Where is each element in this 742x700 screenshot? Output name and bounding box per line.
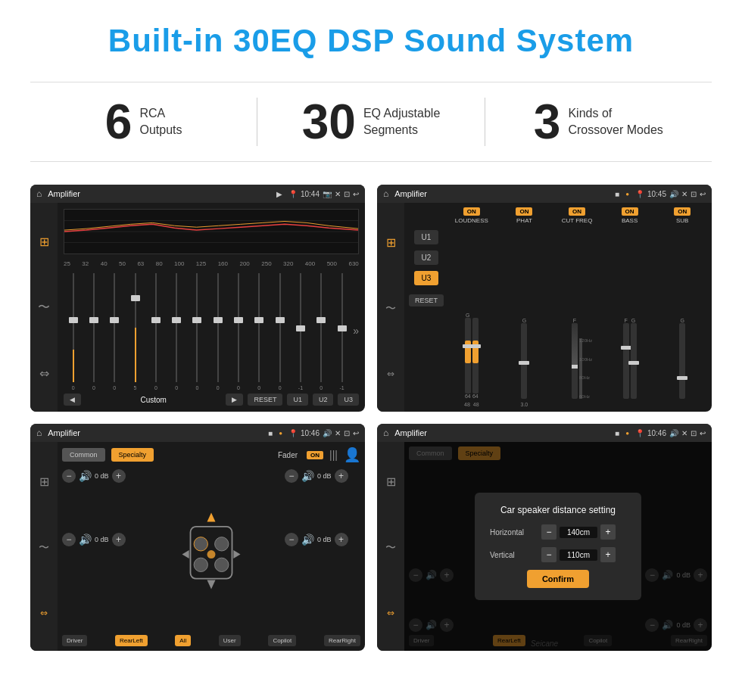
s3-wave-icon[interactable]: 〜 [39, 541, 49, 555]
eq-u1-btn[interactable]: U1 [287, 394, 308, 406]
s2-minimize-icon[interactable]: ⊡ [691, 190, 697, 198]
screen1-topbar: ⌂ Amplifier ▶ 📍 10:44 📷 ✕ ⊡ ↩ [30, 185, 365, 203]
screen4-time: 10:46 [647, 429, 666, 437]
svg-marker-11 [182, 550, 189, 558]
eq-active-icon[interactable]: ⊞ [39, 235, 49, 249]
camera-icon: 📷 [323, 190, 332, 198]
eq-u2-btn[interactable]: U2 [313, 394, 334, 406]
fader-sidebar: ⊞ 〜 ⇔ [30, 442, 58, 651]
eq-slider-3: 5 [126, 270, 145, 390]
cutfreq-on-badge[interactable]: ON [569, 207, 585, 216]
top-left-plus[interactable]: + [112, 469, 126, 483]
top-right-minus[interactable]: − [285, 469, 298, 483]
s3-minimize-icon[interactable]: ⊡ [344, 429, 350, 437]
s2-dot-icon: ● [625, 191, 629, 198]
features-row: 6 RCA Outputs 30 EQ Adjustable Segments … [30, 82, 712, 162]
eq-prev-btn[interactable]: ◀ [64, 394, 81, 406]
fader-car-diagram [144, 469, 279, 632]
bottom-right-minus[interactable]: − [285, 533, 298, 546]
bottom-left-plus[interactable]: + [112, 533, 126, 546]
s2-u1-btn[interactable]: U1 [414, 230, 438, 244]
fader-bottom-labels: Driver RearLeft All User Copilot RearRig… [62, 635, 360, 646]
s2-u3-btn[interactable]: U3 [414, 271, 438, 285]
vertical-plus-btn[interactable]: + [600, 547, 616, 562]
bottom-left-speaker: 🔊 [79, 534, 92, 546]
bottom-left-minus[interactable]: − [62, 533, 76, 546]
s2-location-icon: 📍 [635, 190, 644, 198]
back-icon[interactable]: ↩ [353, 190, 359, 198]
eq-reset-btn[interactable]: RESET [248, 394, 282, 406]
copilot-btn[interactable]: Copilot [268, 635, 296, 646]
bottom-right-plus[interactable]: + [335, 533, 348, 546]
feature-eq: 30 EQ Adjustable Segments [257, 98, 485, 146]
screens-grid: ⌂ Amplifier ▶ 📍 10:44 📷 ✕ ⊡ ↩ ⊞ 〜 ⇔ [30, 185, 712, 651]
s4-minimize-icon[interactable]: ⊡ [691, 429, 697, 437]
dialog-vertical-row: Vertical − 110cm + [490, 547, 626, 562]
minimize-icon[interactable]: ⊡ [344, 190, 350, 198]
home-icon[interactable]: ⌂ [36, 188, 42, 199]
confirm-button[interactable]: Confirm [527, 570, 589, 588]
eq-expand-icon[interactable]: » [353, 325, 359, 337]
rear-left-btn[interactable]: RearLeft [115, 635, 148, 646]
vertical-minus-btn[interactable]: − [541, 547, 556, 562]
s3-arrows-icon[interactable]: ⇔ [40, 608, 48, 618]
screen3-icons: 📍 10:46 🔊 ✕ ⊡ ↩ [288, 429, 359, 437]
s3-eq-icon[interactable]: ⊞ [39, 474, 49, 489]
s3-back-icon[interactable]: ↩ [353, 429, 359, 437]
play-icon[interactable]: ▶ [276, 190, 282, 198]
phat-on-badge[interactable]: ON [516, 207, 532, 216]
s2-back-icon[interactable]: ↩ [700, 190, 706, 198]
eq-text: EQ Adjustable Segments [363, 105, 440, 139]
top-left-minus[interactable]: − [62, 469, 76, 483]
eq-graph [64, 209, 359, 254]
s3-close-icon[interactable]: ✕ [335, 429, 341, 437]
s4-eq-icon[interactable]: ⊞ [386, 474, 396, 489]
eq-number: 30 [302, 98, 356, 146]
fader-on-badge[interactable]: ON [307, 451, 323, 459]
s2-record-icon: ■ [615, 190, 619, 198]
driver-btn[interactable]: Driver [62, 635, 87, 646]
common-tab[interactable]: Common [62, 448, 105, 462]
all-btn[interactable]: All [175, 635, 191, 646]
s2-eq-icon[interactable]: ⊞ [386, 235, 396, 250]
s2-arrows-icon[interactable]: ⇔ [387, 369, 394, 379]
dialog-horizontal-row: Horizontal − 140cm + [490, 524, 626, 540]
s4-wave-icon[interactable]: 〜 [385, 541, 396, 555]
s4-arrows-icon[interactable]: ⇔ [387, 608, 394, 618]
vertical-stepper: − 110cm + [541, 547, 616, 562]
s2-wave-icon[interactable]: 〜 [385, 302, 396, 316]
user-btn[interactable]: User [219, 635, 241, 646]
eq-u3-btn[interactable]: U3 [338, 394, 359, 406]
top-right-plus[interactable]: + [335, 469, 348, 483]
rear-right-btn[interactable]: RearRight [324, 635, 360, 646]
horizontal-plus-btn[interactable]: + [600, 524, 616, 540]
eq-next-btn[interactable]: ▶ [226, 394, 243, 406]
fader-left-controls: − 🔊 0 dB + − 🔊 0 dB + [62, 469, 138, 632]
s4-close-icon[interactable]: ✕ [681, 429, 687, 437]
crossover-sidebar: ⊞ 〜 ⇔ [377, 203, 404, 412]
s2-reset-btn[interactable]: RESET [409, 294, 444, 306]
specialty-tab[interactable]: Specialty [111, 448, 154, 462]
s3-home-icon[interactable]: ⌂ [36, 428, 42, 438]
eq-main: 253240506380100125160200250320400500630 … [58, 203, 365, 412]
eq-wave-icon[interactable]: 〜 [38, 300, 50, 316]
s4-back-icon[interactable]: ↩ [700, 429, 706, 437]
distance-main: Common Specialty − 🔊 + − 🔊 [404, 442, 712, 651]
s2-u2-btn[interactable]: U2 [414, 250, 438, 265]
s4-location-icon: 📍 [635, 429, 644, 437]
s2-home-icon[interactable]: ⌂ [383, 188, 388, 199]
eq-arrows-icon[interactable]: ⇔ [39, 366, 49, 381]
screen-fader: ⌂ Amplifier ■ ● 📍 10:46 🔊 ✕ ⊡ ↩ ⊞ 〜 ⇔ [30, 424, 365, 651]
s4-home-icon[interactable]: ⌂ [383, 428, 388, 438]
s3-location-icon: 📍 [288, 429, 298, 437]
sub-on-badge[interactable]: ON [674, 207, 691, 216]
bass-on-badge[interactable]: ON [622, 207, 638, 216]
close-icon[interactable]: ✕ [335, 190, 341, 198]
eq-slider-4: 0 [146, 270, 165, 390]
screen1-time: 10:44 [301, 190, 320, 198]
fader-top-row: Common Specialty Fader ON ||| 👤 [62, 446, 360, 463]
loudness-on-badge[interactable]: ON [463, 207, 480, 216]
fader-layout: − 🔊 0 dB + − 🔊 0 dB + [62, 469, 360, 632]
s2-close-icon[interactable]: ✕ [681, 190, 687, 198]
horizontal-minus-btn[interactable]: − [541, 524, 556, 540]
